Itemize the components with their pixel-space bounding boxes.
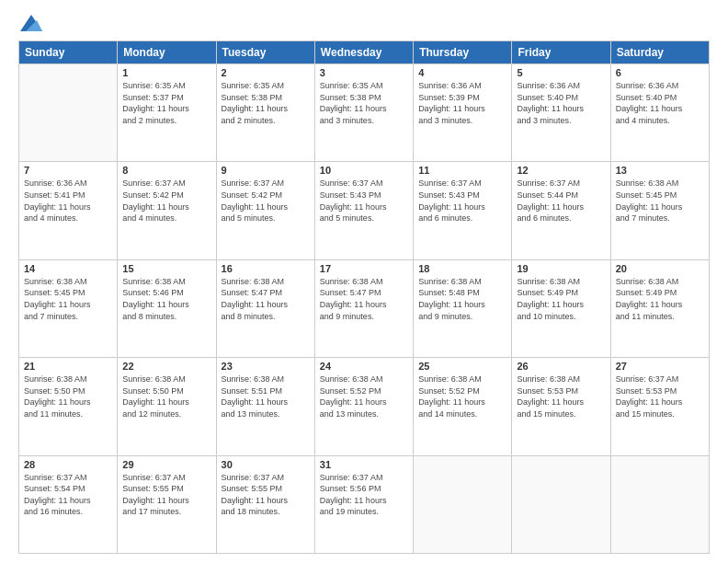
- day-info: Sunrise: 6:37 AMSunset: 5:53 PMDaylight:…: [616, 373, 704, 419]
- day-header-tuesday: Tuesday: [216, 41, 314, 64]
- calendar-cell: 17Sunrise: 6:38 AMSunset: 5:47 PMDayligh…: [314, 259, 413, 357]
- calendar-cell: 1Sunrise: 6:35 AMSunset: 5:37 PMDaylight…: [118, 64, 216, 162]
- calendar-cell: 25Sunrise: 6:38 AMSunset: 5:52 PMDayligh…: [414, 358, 512, 455]
- page: SundayMondayTuesdayWednesdayThursdayFrid…: [0, 0, 728, 563]
- calendar-cell: 5Sunrise: 6:36 AMSunset: 5:40 PMDaylight…: [512, 64, 610, 162]
- day-number: 12: [517, 165, 605, 176]
- calendar-cell: 16Sunrise: 6:38 AMSunset: 5:47 PMDayligh…: [216, 259, 314, 357]
- day-number: 1: [122, 67, 210, 78]
- day-number: 23: [222, 361, 310, 372]
- day-number: 8: [122, 165, 210, 176]
- day-number: 5: [517, 67, 605, 78]
- day-info: Sunrise: 6:38 AMSunset: 5:50 PMDaylight:…: [122, 373, 210, 419]
- logo-icon: [20, 15, 42, 31]
- day-header-saturday: Saturday: [610, 41, 709, 64]
- calendar-cell: 29Sunrise: 6:37 AMSunset: 5:55 PMDayligh…: [118, 455, 216, 553]
- day-number: 2: [222, 67, 310, 78]
- day-number: 22: [122, 361, 210, 372]
- calendar-cell: 18Sunrise: 6:38 AMSunset: 5:48 PMDayligh…: [414, 259, 512, 357]
- calendar-cell: 9Sunrise: 6:37 AMSunset: 5:42 PMDaylight…: [216, 162, 314, 259]
- calendar-header-row: SundayMondayTuesdayWednesdayThursdayFrid…: [19, 41, 710, 64]
- calendar-cell: 21Sunrise: 6:38 AMSunset: 5:50 PMDayligh…: [19, 358, 118, 455]
- day-number: 21: [24, 361, 112, 372]
- day-number: 20: [616, 263, 704, 274]
- calendar-cell: [414, 455, 512, 553]
- calendar-cell: 6Sunrise: 6:36 AMSunset: 5:40 PMDaylight…: [610, 64, 709, 162]
- day-info: Sunrise: 6:38 AMSunset: 5:49 PMDaylight:…: [517, 276, 605, 322]
- day-number: 10: [320, 165, 408, 176]
- day-info: Sunrise: 6:37 AMSunset: 5:55 PMDaylight:…: [122, 472, 210, 518]
- day-number: 27: [616, 361, 704, 372]
- day-number: 25: [418, 361, 506, 372]
- calendar-cell: 26Sunrise: 6:38 AMSunset: 5:53 PMDayligh…: [512, 358, 610, 455]
- calendar-week-2: 14Sunrise: 6:38 AMSunset: 5:45 PMDayligh…: [19, 259, 710, 357]
- calendar-cell: [19, 64, 118, 162]
- day-info: Sunrise: 6:35 AMSunset: 5:38 PMDaylight:…: [222, 80, 310, 126]
- day-header-friday: Friday: [512, 41, 610, 64]
- calendar-cell: 7Sunrise: 6:36 AMSunset: 5:41 PMDaylight…: [19, 162, 118, 259]
- calendar-cell: 2Sunrise: 6:35 AMSunset: 5:38 PMDaylight…: [216, 64, 314, 162]
- calendar-week-1: 7Sunrise: 6:36 AMSunset: 5:41 PMDaylight…: [19, 162, 710, 259]
- day-info: Sunrise: 6:37 AMSunset: 5:54 PMDaylight:…: [24, 472, 112, 518]
- calendar-week-4: 28Sunrise: 6:37 AMSunset: 5:54 PMDayligh…: [19, 455, 710, 553]
- calendar-cell: 4Sunrise: 6:36 AMSunset: 5:39 PMDaylight…: [414, 64, 512, 162]
- calendar-week-0: 1Sunrise: 6:35 AMSunset: 5:37 PMDaylight…: [19, 64, 710, 162]
- calendar-cell: 12Sunrise: 6:37 AMSunset: 5:44 PMDayligh…: [512, 162, 610, 259]
- day-info: Sunrise: 6:38 AMSunset: 5:49 PMDaylight:…: [616, 276, 704, 322]
- day-number: 17: [320, 263, 408, 274]
- day-info: Sunrise: 6:38 AMSunset: 5:45 PMDaylight:…: [616, 178, 704, 224]
- calendar-cell: 22Sunrise: 6:38 AMSunset: 5:50 PMDayligh…: [118, 358, 216, 455]
- day-info: Sunrise: 6:38 AMSunset: 5:48 PMDaylight:…: [418, 276, 506, 322]
- day-info: Sunrise: 6:38 AMSunset: 5:47 PMDaylight:…: [320, 276, 408, 322]
- calendar-cell: 8Sunrise: 6:37 AMSunset: 5:42 PMDaylight…: [118, 162, 216, 259]
- day-number: 3: [320, 67, 408, 78]
- day-info: Sunrise: 6:38 AMSunset: 5:45 PMDaylight:…: [24, 276, 112, 322]
- day-header-thursday: Thursday: [414, 41, 512, 64]
- day-number: 6: [616, 67, 704, 78]
- calendar-cell: 3Sunrise: 6:35 AMSunset: 5:38 PMDaylight…: [314, 64, 413, 162]
- day-number: 29: [122, 459, 210, 470]
- day-info: Sunrise: 6:38 AMSunset: 5:50 PMDaylight:…: [24, 373, 112, 419]
- day-number: 9: [222, 165, 310, 176]
- day-info: Sunrise: 6:37 AMSunset: 5:56 PMDaylight:…: [320, 472, 408, 518]
- day-info: Sunrise: 6:37 AMSunset: 5:55 PMDaylight:…: [222, 472, 310, 518]
- calendar-cell: 24Sunrise: 6:38 AMSunset: 5:52 PMDayligh…: [314, 358, 413, 455]
- day-info: Sunrise: 6:38 AMSunset: 5:51 PMDaylight:…: [222, 373, 310, 419]
- day-header-wednesday: Wednesday: [314, 41, 413, 64]
- day-info: Sunrise: 6:37 AMSunset: 5:43 PMDaylight:…: [418, 178, 506, 224]
- calendar-cell: 23Sunrise: 6:38 AMSunset: 5:51 PMDayligh…: [216, 358, 314, 455]
- day-info: Sunrise: 6:36 AMSunset: 5:39 PMDaylight:…: [418, 80, 506, 126]
- calendar-cell: 14Sunrise: 6:38 AMSunset: 5:45 PMDayligh…: [19, 259, 118, 357]
- day-number: 30: [222, 459, 310, 470]
- day-info: Sunrise: 6:36 AMSunset: 5:40 PMDaylight:…: [517, 80, 605, 126]
- calendar-cell: [610, 455, 709, 553]
- calendar-cell: 13Sunrise: 6:38 AMSunset: 5:45 PMDayligh…: [610, 162, 709, 259]
- logo: [18, 15, 42, 31]
- day-info: Sunrise: 6:35 AMSunset: 5:37 PMDaylight:…: [122, 80, 210, 126]
- calendar-cell: 19Sunrise: 6:38 AMSunset: 5:49 PMDayligh…: [512, 259, 610, 357]
- day-number: 26: [517, 361, 605, 372]
- calendar-cell: 31Sunrise: 6:37 AMSunset: 5:56 PMDayligh…: [314, 455, 413, 553]
- day-number: 18: [418, 263, 506, 274]
- day-info: Sunrise: 6:37 AMSunset: 5:44 PMDaylight:…: [517, 178, 605, 224]
- day-number: 31: [320, 459, 408, 470]
- calendar-cell: 28Sunrise: 6:37 AMSunset: 5:54 PMDayligh…: [19, 455, 118, 553]
- day-number: 16: [222, 263, 310, 274]
- day-header-sunday: Sunday: [19, 41, 118, 64]
- day-info: Sunrise: 6:36 AMSunset: 5:40 PMDaylight:…: [616, 80, 704, 126]
- day-info: Sunrise: 6:35 AMSunset: 5:38 PMDaylight:…: [320, 80, 408, 126]
- calendar-cell: 10Sunrise: 6:37 AMSunset: 5:43 PMDayligh…: [314, 162, 413, 259]
- day-info: Sunrise: 6:37 AMSunset: 5:42 PMDaylight:…: [222, 178, 310, 224]
- header: [18, 15, 710, 31]
- day-info: Sunrise: 6:38 AMSunset: 5:53 PMDaylight:…: [517, 373, 605, 419]
- calendar-cell: 15Sunrise: 6:38 AMSunset: 5:46 PMDayligh…: [118, 259, 216, 357]
- day-number: 11: [418, 165, 506, 176]
- calendar-cell: 27Sunrise: 6:37 AMSunset: 5:53 PMDayligh…: [610, 358, 709, 455]
- day-info: Sunrise: 6:37 AMSunset: 5:42 PMDaylight:…: [122, 178, 210, 224]
- day-number: 19: [517, 263, 605, 274]
- day-info: Sunrise: 6:38 AMSunset: 5:52 PMDaylight:…: [320, 373, 408, 419]
- day-info: Sunrise: 6:37 AMSunset: 5:43 PMDaylight:…: [320, 178, 408, 224]
- calendar-cell: 30Sunrise: 6:37 AMSunset: 5:55 PMDayligh…: [216, 455, 314, 553]
- day-number: 24: [320, 361, 408, 372]
- calendar: SundayMondayTuesdayWednesdayThursdayFrid…: [18, 40, 710, 554]
